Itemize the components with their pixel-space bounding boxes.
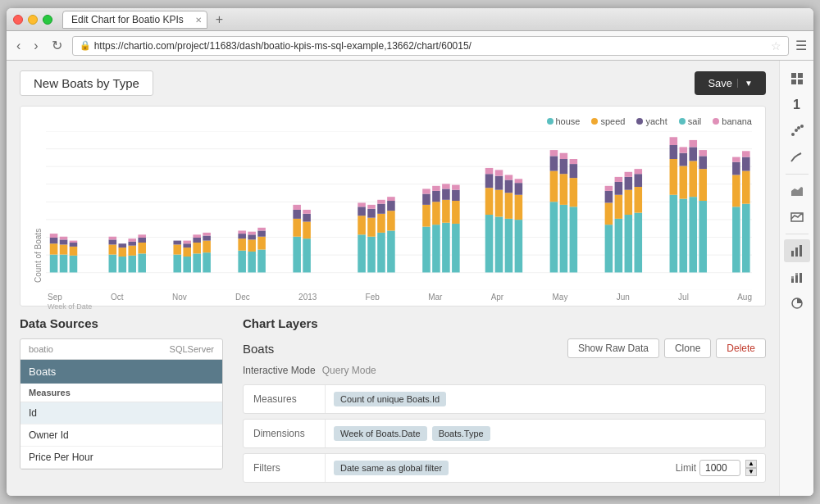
svg-rect-36 — [118, 257, 126, 272]
refresh-button[interactable]: ↻ — [48, 36, 66, 55]
dimension-tag-type[interactable]: Boats.Type — [432, 426, 490, 441]
svg-rect-200 — [795, 273, 798, 275]
svg-rect-26 — [60, 239, 68, 244]
svg-rect-197 — [791, 279, 794, 283]
svg-rect-129 — [515, 179, 523, 183]
svg-rect-44 — [138, 243, 146, 253]
show-raw-data-button[interactable]: Show Raw Data — [567, 338, 659, 358]
main-panel: New Boats by Type Save ▼ house speed — [7, 61, 779, 496]
grid-icon[interactable] — [784, 67, 810, 90]
area-chart-icon[interactable] — [784, 179, 810, 202]
svg-rect-83 — [358, 216, 366, 234]
hamburger-icon[interactable]: ☰ — [795, 38, 807, 53]
list-item[interactable]: Price Per Hour — [20, 447, 222, 469]
svg-rect-163 — [680, 166, 688, 199]
svg-rect-178 — [742, 204, 750, 273]
svg-rect-186 — [791, 79, 796, 84]
svg-rect-99 — [422, 205, 430, 227]
svg-rect-74 — [293, 237, 301, 273]
svg-rect-86 — [367, 237, 376, 273]
svg-rect-61 — [203, 233, 211, 236]
chart-grid: 45 40 35 30 25 20 15 10 5 0 — [46, 131, 752, 290]
svg-rect-46 — [138, 234, 146, 238]
svg-rect-60 — [203, 236, 211, 241]
new-tab-button[interactable]: + — [211, 12, 228, 27]
legend-yacht: yacht — [636, 116, 667, 126]
svg-rect-25 — [60, 244, 68, 254]
svg-rect-166 — [689, 197, 697, 272]
pie-chart-icon[interactable] — [784, 292, 810, 315]
measure-tag[interactable]: Count of unique Boats.Id — [334, 392, 446, 406]
svg-rect-131 — [550, 171, 558, 202]
svg-rect-24 — [60, 255, 68, 273]
url-box[interactable]: 🔒 https://chartio.com/project/11683/dash… — [72, 36, 789, 56]
svg-rect-32 — [109, 255, 117, 273]
number-icon[interactable]: 1 — [784, 93, 810, 116]
ds-selected-table[interactable]: Boats — [20, 360, 222, 384]
limit-stepper[interactable]: ▲ ▼ — [745, 460, 757, 476]
svg-rect-43 — [138, 253, 146, 272]
stepper-up[interactable]: ▲ — [745, 460, 757, 468]
delete-button[interactable]: Delete — [716, 338, 766, 358]
back-button[interactable]: ‹ — [13, 37, 24, 55]
svg-rect-159 — [670, 159, 678, 195]
save-button[interactable]: Save ▼ — [695, 71, 766, 95]
scatter-chart-icon[interactable] — [784, 120, 810, 143]
urlbar: ‹ › ↻ 🔒 https://chartio.com/project/1168… — [7, 31, 813, 61]
svg-rect-127 — [515, 195, 523, 220]
svg-rect-113 — [452, 185, 460, 190]
svg-rect-65 — [238, 230, 246, 234]
list-item[interactable]: Id — [20, 402, 222, 425]
stepper-down[interactable]: ▼ — [745, 468, 757, 476]
window-buttons[interactable] — [13, 15, 52, 25]
svg-rect-107 — [442, 200, 450, 223]
svg-rect-87 — [367, 218, 376, 237]
svg-rect-105 — [432, 186, 440, 191]
svg-rect-172 — [699, 156, 707, 169]
bar-chart-icon[interactable] — [784, 239, 810, 262]
list-item[interactable]: Owner Id — [20, 425, 222, 447]
chart-title[interactable]: New Boats by Type — [20, 70, 153, 96]
tab-close-icon[interactable]: ✕ — [195, 15, 202, 24]
svg-rect-109 — [442, 184, 450, 188]
stacked-bar-icon[interactable] — [784, 266, 810, 288]
minimize-button[interactable] — [28, 15, 38, 25]
svg-rect-162 — [680, 199, 688, 273]
browser-tab[interactable]: Edit Chart for Boatio KPIs ✕ — [62, 11, 207, 29]
chart-inner: 45 40 35 30 25 20 15 10 5 0 — [46, 131, 752, 283]
svg-rect-81 — [303, 210, 311, 214]
image-chart-icon[interactable] — [784, 206, 810, 229]
svg-rect-116 — [485, 174, 494, 188]
svg-rect-88 — [367, 209, 376, 218]
svg-rect-153 — [625, 172, 633, 177]
forward-button[interactable]: › — [30, 37, 41, 55]
svg-rect-71 — [257, 237, 266, 250]
svg-rect-143 — [605, 202, 613, 225]
svg-rect-135 — [560, 174, 568, 205]
tab-title: Edit Chart for Boatio KPIs — [71, 14, 184, 25]
svg-rect-27 — [60, 237, 68, 240]
svg-rect-35 — [109, 237, 117, 240]
svg-rect-104 — [432, 191, 440, 202]
legend-house-label: house — [556, 116, 581, 126]
svg-rect-184 — [791, 73, 796, 78]
mode-value: Query Mode — [322, 365, 376, 376]
bookmark-icon[interactable]: ☆ — [771, 39, 781, 52]
svg-rect-142 — [605, 225, 613, 272]
clone-button[interactable]: Clone — [664, 338, 711, 358]
limit-input[interactable] — [699, 460, 740, 476]
svg-rect-38 — [118, 243, 126, 247]
svg-rect-70 — [257, 250, 266, 273]
save-dropdown-arrow[interactable]: ▼ — [737, 79, 753, 88]
svg-rect-45 — [138, 238, 146, 243]
dimension-tag-week[interactable]: Week of Boats.Date — [334, 426, 427, 441]
svg-rect-134 — [560, 205, 568, 273]
svg-rect-167 — [689, 161, 697, 197]
line-chart-icon[interactable] — [784, 146, 810, 169]
filter-tag[interactable]: Date same as global filter — [334, 461, 449, 475]
svg-rect-91 — [377, 214, 385, 233]
close-button[interactable] — [13, 15, 23, 25]
x-axis-sublabel: Week of Date — [46, 302, 752, 311]
maximize-button[interactable] — [43, 15, 52, 25]
legend-house: house — [547, 116, 581, 126]
